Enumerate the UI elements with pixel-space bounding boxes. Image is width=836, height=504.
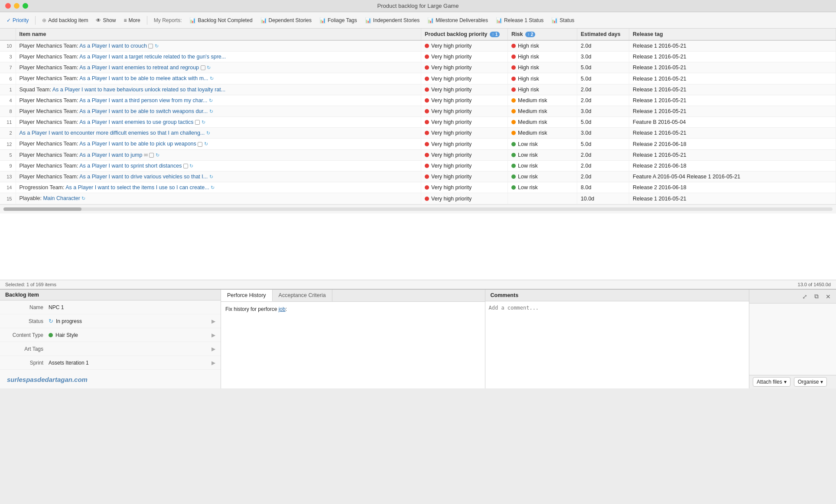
close-button[interactable] xyxy=(5,3,11,9)
table-row[interactable]: 10Player Mechanics Team: As a Player I w… xyxy=(0,40,836,52)
row-risk: Low risk xyxy=(508,160,577,171)
toolbar-add-backlog[interactable]: ⊕ Add backlog item xyxy=(39,16,91,25)
right-panel-content xyxy=(749,304,836,375)
attach-label: Attach files xyxy=(757,379,782,385)
row-name[interactable]: Player Mechanics Team: As a Player I wan… xyxy=(16,160,421,171)
row-name[interactable]: Player Mechanics Team: As a Player I wan… xyxy=(16,171,421,182)
row-name[interactable]: Playable: Main Character ↻ xyxy=(16,193,421,204)
col-header-release[interactable]: Release tag xyxy=(629,29,836,40)
close-panel-icon[interactable]: ✕ xyxy=(824,292,833,301)
col-header-priority[interactable]: Product backlog priority ↑ 1 xyxy=(421,29,508,40)
right-panel: ⤢ ⧉ ✕ Attach files ▾ Organise ▾ xyxy=(749,290,836,388)
traffic-lights xyxy=(5,3,28,9)
item-description: As a Player I want to drive various vehi… xyxy=(78,174,208,180)
risk-label: Medium risk xyxy=(518,119,547,125)
toolbar-independent-stories[interactable]: 📊 Independent Stories xyxy=(362,16,423,25)
perforce-job-link[interactable]: job xyxy=(279,306,286,312)
external-link-icon[interactable]: ⧉ xyxy=(813,292,820,301)
table-row[interactable]: 5Player Mechanics Team: As a Player I wa… xyxy=(0,149,836,160)
row-name[interactable]: As a Player I want to encounter more dif… xyxy=(16,128,421,139)
row-name[interactable]: Player Mechanics Team: As a Player I wan… xyxy=(16,117,421,128)
row-name[interactable]: Progression Team: As a Player I want to … xyxy=(16,182,421,193)
row-days: 2.0d xyxy=(577,84,629,95)
table-row[interactable]: 4Player Mechanics Team: As a Player I wa… xyxy=(0,95,836,106)
toolbar-show[interactable]: 👁 Show xyxy=(93,16,119,25)
toolbar-backlog-not-completed[interactable]: 📊 Backlog Not Completed xyxy=(186,16,255,25)
right-panel-controls: ⤢ ⧉ ✕ xyxy=(749,290,836,304)
table-row[interactable]: 6Player Mechanics Team: As a Player I wa… xyxy=(0,73,836,84)
table-row[interactable]: 13Player Mechanics Team: As a Player I w… xyxy=(0,171,836,182)
row-risk: Medium risk xyxy=(508,106,577,116)
row-number: 6 xyxy=(0,73,16,84)
toolbar-status[interactable]: 📊 Status xyxy=(548,16,577,25)
row-risk: Low risk xyxy=(508,139,577,149)
table-row[interactable]: 15Playable: Main Character ↻Very high pr… xyxy=(0,193,836,204)
task-icon xyxy=(149,153,154,158)
row-name[interactable]: Squad Team: As a Player I want to have b… xyxy=(16,84,421,95)
row-risk: Low risk xyxy=(508,182,577,193)
field-status-row[interactable]: Status ↻ In progress ▶ xyxy=(0,314,221,328)
comment-input[interactable] xyxy=(485,301,749,388)
row-name[interactable]: Player Mechanics Team: As a Player I wan… xyxy=(16,139,421,149)
item-description: As a Player I want to sprint short dista… xyxy=(78,163,182,169)
reload-icon: ↻ xyxy=(81,196,85,201)
col-header-days[interactable]: Estimated days xyxy=(577,29,629,40)
row-name[interactable]: Player Mechanics Team: As a Player I wan… xyxy=(16,52,421,62)
field-label-sprint: Sprint xyxy=(5,360,49,366)
row-name[interactable]: Player Mechanics Team: As a Player I wan… xyxy=(16,95,421,106)
field-sprint-row[interactable]: Sprint Assets Iteration 1 ▶ xyxy=(0,356,221,370)
toolbar-foliage-tags[interactable]: 📊 Foliage Tags xyxy=(316,16,360,25)
item-description: As a Player I want to crouch xyxy=(78,43,146,49)
priority-label: Very high priority xyxy=(431,54,472,60)
table-row[interactable]: 1Squad Team: As a Player I want to have … xyxy=(0,84,836,95)
toolbar-dependent-stories[interactable]: 📊 Dependent Stories xyxy=(257,16,315,25)
maximize-button[interactable] xyxy=(23,3,28,9)
toolbar-milestone[interactable]: 📊 Milestone Deliverables xyxy=(424,16,491,25)
organise-button[interactable]: Organise ▾ xyxy=(794,377,827,387)
priority-label: Very high priority xyxy=(431,174,472,180)
table-row[interactable]: 12Player Mechanics Team: As a Player I w… xyxy=(0,139,836,149)
bottom-panel: Backlog item Name NPC 1 Status ↻ In prog… xyxy=(0,289,836,388)
status-bar: Selected: 1 of 169 items 13.0 of 1450.0d xyxy=(0,280,836,289)
col-header-name[interactable]: Item name xyxy=(16,29,421,40)
horizontal-scrollbar[interactable] xyxy=(3,207,833,211)
row-release: Release 1 2016-05-21 xyxy=(629,52,836,62)
backlog-item-title: Backlog item xyxy=(0,290,221,300)
row-days: 3.0d xyxy=(577,128,629,139)
row-name[interactable]: Player Mechanics Team: As a Player I wan… xyxy=(16,62,421,73)
reload-icon: ↻ xyxy=(189,163,193,168)
row-name[interactable]: Player Mechanics Team: As a Player I wan… xyxy=(16,149,421,160)
table-row[interactable]: 14Progression Team: As a Player I want t… xyxy=(0,182,836,193)
col-header-risk[interactable]: Risk ↑ 2 xyxy=(508,29,577,40)
field-content-type-row[interactable]: Content Type Hair Style ▶ xyxy=(0,328,221,342)
table-row[interactable]: 9Player Mechanics Team: As a Player I wa… xyxy=(0,160,836,171)
tab-perforce-history[interactable]: Perforce History xyxy=(221,290,273,301)
priority-label: Very high priority xyxy=(431,108,472,114)
attach-files-button[interactable]: Attach files ▾ xyxy=(753,377,790,387)
team-name: Player Mechanics Team: xyxy=(20,174,78,180)
table-row[interactable]: 3Player Mechanics Team: As a Player I wa… xyxy=(0,52,836,62)
toolbar-more[interactable]: ≡ More xyxy=(120,16,143,25)
priority-dot xyxy=(425,142,429,146)
table-row[interactable]: 2As a Player I want to encounter more di… xyxy=(0,128,836,139)
toolbar-priority[interactable]: ✓ Priority xyxy=(3,16,32,25)
row-name[interactable]: Player Mechanics Team: As a Player I wan… xyxy=(16,73,421,84)
scrollbar-thumb[interactable] xyxy=(3,207,81,211)
risk-label: Medium risk xyxy=(518,130,547,136)
team-name: Player Mechanics Team: xyxy=(20,75,78,81)
row-name[interactable]: Player Mechanics Team: As a Player I wan… xyxy=(16,40,421,52)
row-name[interactable]: Player Mechanics Team: As a Player I wan… xyxy=(16,106,421,116)
table-row[interactable]: 8Player Mechanics Team: As a Player I wa… xyxy=(0,106,836,116)
minimize-button[interactable] xyxy=(14,3,20,9)
tab-acceptance-criteria[interactable]: Acceptance Criteria xyxy=(273,290,332,301)
row-number: 12 xyxy=(0,139,16,149)
toolbar-release1-status[interactable]: 📊 Release 1 Status xyxy=(493,16,546,25)
backlog-item-panel: Backlog item Name NPC 1 Status ↻ In prog… xyxy=(0,290,221,388)
risk-label: Low risk xyxy=(518,184,538,191)
table-row[interactable]: 7Player Mechanics Team: As a Player I wa… xyxy=(0,62,836,73)
expand-icon[interactable]: ⤢ xyxy=(800,292,809,301)
field-value-name: NPC 1 xyxy=(49,304,215,310)
field-art-tags-row[interactable]: Art Tags ▶ xyxy=(0,342,221,356)
item-description: As a Player I want enemies to use group … xyxy=(78,119,193,125)
table-row[interactable]: 11Player Mechanics Team: As a Player I w… xyxy=(0,117,836,128)
